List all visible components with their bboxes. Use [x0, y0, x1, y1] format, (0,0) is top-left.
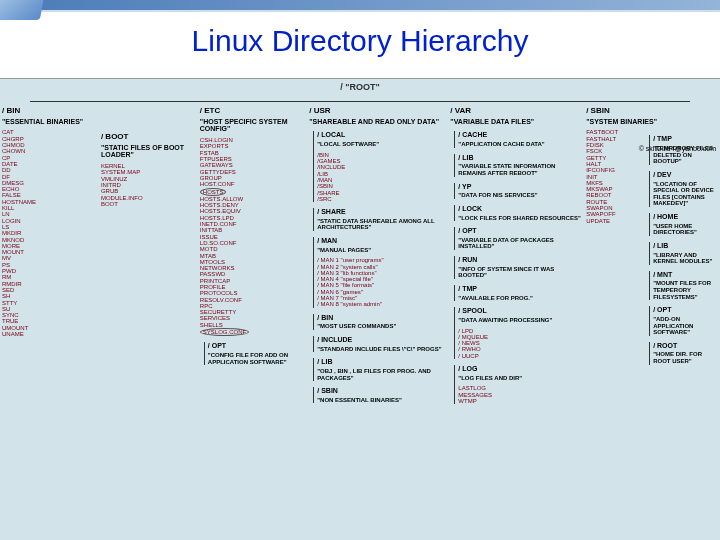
root-node: / "ROOT" [340, 82, 380, 92]
desc-vartmp: "AVAILABLE FOR PROG." [458, 295, 582, 302]
sub-log: / LOG"LOG FILES AND DIR"LASTLOGMESSAGESW… [454, 365, 582, 404]
sub-yp: / YP"DATA FOR NIS SERVICES" [454, 183, 582, 199]
dir-usr: / USR [309, 107, 446, 116]
dir-usrsbin: / SBIN [317, 387, 446, 395]
desc-usrlib: "OBJ , BIN , LIB FILES FOR PROG. AND PAC… [317, 368, 446, 381]
desc-yp: "DATA FOR NIS SERVICES" [458, 192, 582, 199]
desc-share: "STATIC DATA SHAREABLE AMONG ALL ARCHITE… [317, 218, 446, 231]
spool-list: / LPD/ MQUEUE/ NEWS/ RWHO/ UUCP [458, 328, 582, 359]
slide-top-border [0, 0, 720, 12]
dir-tmp: / TMP [653, 135, 718, 143]
dir-sopt: / OPT [653, 306, 718, 314]
desc-home: "USER HOME DIRECTORIES" [653, 223, 718, 236]
desc-varlib: "VARIABLE STATE INFORMATION REMAINS AFTE… [458, 163, 582, 176]
dir-var: / VAR [450, 107, 582, 116]
desc-sroot: "HOME DIR. FOR ROOT USER" [653, 351, 718, 364]
sub-lib: / LIB"LIBRARY AND KERNEL MODULES" [649, 242, 718, 265]
desc-bin: "ESSENTIAL BINARIES" [2, 118, 97, 126]
sub-usr-bin: / BIN "MOST USER COMMANDS" [313, 314, 446, 330]
dir-varopt: / OPT [458, 227, 582, 235]
hierarchy-diagram: © skill2die4@yahoo.com / "ROOT" / BIN "E… [0, 78, 720, 540]
desc-man: "MANUAL PAGES" [317, 247, 446, 254]
sub-run: / RUN"INFO OF SYSTEM SINCE IT WAS BOOTED… [454, 256, 582, 279]
sub-sroot: / ROOT"HOME DIR. FOR ROOT USER" [649, 342, 718, 365]
dir-lock: / LOCK [458, 205, 582, 213]
col-var: / VAR "VARIABLE DATA FILES" / CACHE"APPL… [448, 107, 584, 540]
desc-lock: "LOCK FILES FOR SHARED RESOURCES" [458, 215, 582, 222]
desc-run: "INFO OF SYSTEM SINCE IT WAS BOOTED" [458, 266, 582, 279]
bin-list: CATCHGRPCHMODCHOWNCPDATEDDDFDMESGECHOFAL… [2, 129, 97, 337]
dir-yp: / YP [458, 183, 582, 191]
sub-tmp: / TMP"TEMPORORY FILES DELETED ON BOOTUP" [649, 135, 718, 164]
desc-cache: "APPLICATION CACHE DATA" [458, 141, 582, 148]
dir-mnt: / MNT [653, 271, 718, 279]
branch-row: / BIN "ESSENTIAL BINARIES" CATCHGRPCHMOD… [0, 107, 720, 540]
dir-vartmp: / TMP [458, 285, 582, 293]
sub-usr-include: / INCLUDE "STANDARD INCLUDE FILES \"C\" … [313, 336, 446, 352]
desc-var: "VARIABLE DATA FILES" [450, 118, 582, 126]
sub-sopt: / OPT"ADD-ON APPLICATION SOFTWARE" [649, 306, 718, 335]
sub-varopt: / OPT"VARIABLE DATA OF PACKAGES INSTALLE… [454, 227, 582, 250]
desc-tmp: "TEMPORORY FILES DELETED ON BOOTUP" [653, 145, 718, 165]
desc-lib: "LIBRARY AND KERNEL MODULES" [653, 252, 718, 265]
dir-cache: / CACHE [458, 131, 582, 139]
boot-list: KERNELSYSTEM.MAPVMLINUZINITRDGRUBMODULE.… [101, 163, 196, 207]
sub-mnt: / MNT"MOUNT FILES FOR TEMPERORY FILESYST… [649, 271, 718, 300]
desc-spool: "DATA AWAITING PROCESSING" [458, 317, 582, 324]
dir-varlib: / LIB [458, 154, 582, 162]
sbin-right: / TMP"TEMPORORY FILES DELETED ON BOOTUP"… [645, 129, 718, 368]
col-sbin: / SBIN "SYSTEM BINARIES" FASTBOOTFASTHAL… [584, 107, 720, 540]
sub-lock: / LOCK"LOCK FILES FOR SHARED RESOURCES" [454, 205, 582, 221]
local-list: /BIN/GAMES/INCLUDE/LIB/MAN/SBIN/SHARE/SR… [317, 152, 446, 202]
log-list: LASTLOGMESSAGESWTMP [458, 385, 582, 404]
desc-log: "LOG FILES AND DIR" [458, 375, 582, 382]
sub-usr-lib: / LIB "OBJ , BIN , LIB FILES FOR PROG. A… [313, 358, 446, 381]
desc-dev: "LOCATION OF SPECIAL OR DEVICE FILES [CO… [653, 181, 718, 207]
sub-vartmp: / TMP"AVAILABLE FOR PROG." [454, 285, 582, 301]
dir-etc-opt: / OPT [208, 342, 305, 350]
sub-usr-local: / LOCAL "LOCAL SOFTWARE" /BIN/GAMES/INCL… [313, 131, 446, 202]
sbin-list: FASTBOOTFASTHALTFDISKFSCKGETTYHALTIFCONF… [586, 129, 642, 368]
sub-etc-opt: / OPT "CONFIG FILE FOR ADD ON APPLICATIO… [204, 342, 305, 365]
desc-usrbin: "MOST USER COMMANDS" [317, 323, 446, 330]
dir-run: / RUN [458, 256, 582, 264]
col-bin: / BIN "ESSENTIAL BINARIES" CATCHGRPCHMOD… [0, 107, 99, 540]
dir-home: / HOME [653, 213, 718, 221]
dir-share: / SHARE [317, 208, 446, 216]
dir-spool: / SPOOL [458, 307, 582, 315]
desc-usrsbin: "NON ESSENTIAL BINARIES" [317, 397, 446, 404]
col-boot: / BOOT "STATIC FILES OF BOOT LOADER" KER… [99, 107, 198, 540]
dir-usrbin: / BIN [317, 314, 446, 322]
desc-mnt: "MOUNT FILES FOR TEMPERORY FILESYSTEMS" [653, 280, 718, 300]
page-title: Linux Directory Hierarchy [0, 12, 720, 62]
dir-etc: / ETC [200, 107, 305, 116]
desc-boot: "STATIC FILES OF BOOT LOADER" [101, 144, 196, 159]
dir-usrlib: / LIB [317, 358, 446, 366]
dir-sbin: / SBIN [586, 107, 718, 116]
sub-dev: / DEV"LOCATION OF SPECIAL OR DEVICE FILE… [649, 171, 718, 207]
dir-man: / MAN [317, 237, 446, 245]
man-list: / MAN 1 "user programs"/ MAN 2 "system c… [317, 257, 446, 307]
sub-usr-share: / SHARE "STATIC DATA SHAREABLE AMONG ALL… [313, 208, 446, 231]
desc-usr: "SHAREABLE AND READ ONLY DATA" [309, 118, 446, 126]
dir-local: / LOCAL [317, 131, 446, 139]
desc-etc-opt: "CONFIG FILE FOR ADD ON APPLICATION SOFT… [208, 352, 305, 365]
dir-boot: / BOOT [101, 133, 196, 142]
desc-include: "STANDARD INCLUDE FILES \"C\" PROGS" [317, 346, 446, 353]
dir-dev: / DEV [653, 171, 718, 179]
dir-lib: / LIB [653, 242, 718, 250]
connector-line [30, 101, 690, 102]
desc-sopt: "ADD-ON APPLICATION SOFTWARE" [653, 316, 718, 336]
sub-home: / HOME"USER HOME DIRECTORIES" [649, 213, 718, 236]
desc-sbin: "SYSTEM BINARIES" [586, 118, 718, 126]
desc-local: "LOCAL SOFTWARE" [317, 141, 446, 148]
desc-varopt: "VARIABLE DATA OF PACKAGES INSTALLED" [458, 237, 582, 250]
sbin-row: FASTBOOTFASTHALTFDISKFSCKGETTYHALTIFCONF… [586, 129, 718, 368]
col-etc: / ETC "HOST SPECIFIC SYSTEM CONFIG" CSH.… [198, 107, 307, 540]
sub-varlib: / LIB"VARIABLE STATE INFORMATION REMAINS… [454, 154, 582, 177]
etc-list: CSH.LOGINEXPORTSFSTABFTPUSERSGATEWAYSGET… [200, 137, 305, 336]
desc-etc: "HOST SPECIFIC SYSTEM CONFIG" [200, 118, 305, 133]
sub-spool: / SPOOL"DATA AWAITING PROCESSING"/ LPD/ … [454, 307, 582, 359]
dir-include: / INCLUDE [317, 336, 446, 344]
dir-log: / LOG [458, 365, 582, 373]
